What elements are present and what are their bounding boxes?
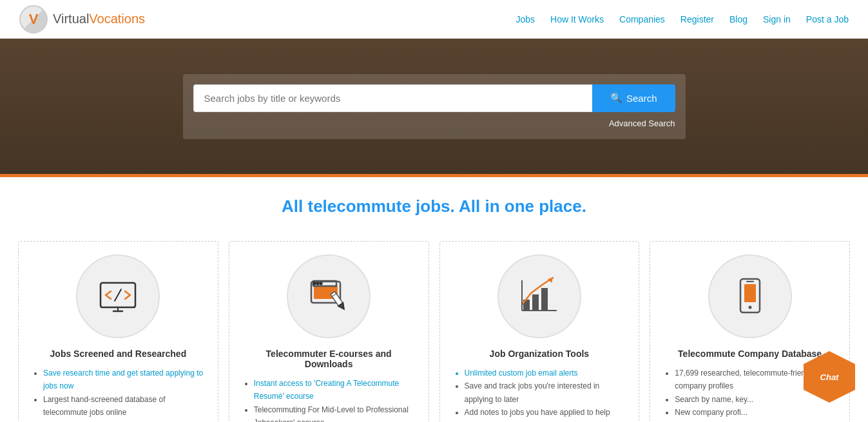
search-box: 🔍 Search Advanced Search (183, 74, 686, 139)
nav-post-job-link[interactable]: Post a Job (806, 14, 849, 24)
svg-point-10 (320, 283, 322, 285)
card-list-item-4-2: New company profi... (675, 406, 836, 419)
svg-point-22 (748, 306, 751, 309)
hero-content: 🔍 Search Advanced Search (170, 61, 699, 152)
advanced-search-link[interactable]: Advanced Search (609, 119, 675, 128)
card-title-2: Telecommuter E-courses and Downloads (242, 349, 416, 369)
search-icon: 🔍 (610, 92, 622, 104)
card-icon-circle-2 (287, 254, 371, 338)
logo-icon: V (19, 5, 48, 34)
nav-companies-link[interactable]: Companies (619, 14, 665, 24)
nav-register-link[interactable]: Register (680, 14, 714, 24)
header: V VirtualVocations Jobs How It Works Com… (0, 0, 868, 39)
card-list-3: Unlimited custom job email alerts Save a… (453, 367, 626, 422)
card-icon-circle-3 (497, 254, 581, 338)
card-list-item-2-1: Telecommuting For Mid-Level to Professio… (254, 403, 416, 422)
card-list-1: Save research time and get started apply… (32, 367, 205, 422)
main-content: All telecommute jobs. All in one place. … (0, 177, 868, 422)
ecourse-icon (306, 274, 351, 319)
tagline-section: All telecommute jobs. All in one place. (0, 177, 868, 229)
feature-cards-section: Jobs Screened and Researched Save resear… (0, 229, 868, 422)
card-list-item-4-3: Easy access to social ...ews and jobs (675, 419, 836, 422)
card-icon-circle-1 (76, 254, 160, 338)
card-list-item-1-0[interactable]: Save research time and get started apply… (43, 369, 203, 390)
nav-blog-link[interactable]: Blog (729, 14, 747, 24)
logo-vocations: Vocations (89, 12, 145, 26)
nav-how-it-works-link[interactable]: How It Works (550, 14, 604, 24)
card-list-item-3-2: Add notes to jobs you have applied to he… (465, 406, 626, 422)
logo: V VirtualVocations (19, 5, 145, 34)
logo-v-letter: V (29, 11, 39, 28)
svg-rect-21 (744, 284, 756, 302)
chat-widget[interactable]: Chat (804, 351, 855, 403)
svg-rect-16 (541, 288, 548, 310)
card-list-item-2-0[interactable]: Instant access to 'Creating A Telecommut… (254, 379, 400, 401)
nav-jobs-link[interactable]: Jobs (516, 14, 535, 24)
search-row: 🔍 Search (193, 84, 675, 112)
code-icon (95, 274, 140, 319)
card-job-org-tools: Job Organization Tools Unlimited custom … (439, 241, 640, 422)
chart-icon (517, 274, 562, 319)
mobile-icon (728, 274, 773, 319)
svg-point-8 (314, 283, 316, 285)
search-input[interactable] (193, 84, 592, 112)
card-list-item-3-1: Save and track jobs you're interested in… (465, 379, 626, 406)
svg-line-4 (115, 289, 121, 301)
svg-rect-15 (532, 294, 539, 310)
nav-sign-in-link[interactable]: Sign in (763, 14, 791, 24)
search-button[interactable]: 🔍 Search (592, 84, 675, 112)
logo-brand-text: VirtualVocations (53, 12, 145, 26)
svg-point-9 (317, 283, 319, 285)
card-list-item-1-1: Largest hand-screened database of teleco… (43, 393, 205, 419)
card-jobs-screened: Jobs Screened and Researched Save resear… (18, 241, 218, 422)
card-title-3: Job Organization Tools (490, 349, 590, 359)
page-tagline: All telecommute jobs. All in one place. (13, 197, 855, 216)
logo-virtual: Virtual (53, 12, 89, 26)
chat-label: Chat (820, 372, 839, 382)
hero-section: 🔍 Search Advanced Search (0, 39, 868, 174)
card-ecourses: Telecommuter E-courses and Downloads Ins… (229, 241, 429, 422)
card-list-item-1-2: 17,699 vetted companies and job boards s… (43, 419, 205, 422)
card-title-4: Telecommute Company Database (678, 349, 822, 359)
advanced-search-link-container: Advanced Search (193, 117, 675, 129)
search-button-label: Search (626, 93, 657, 104)
card-list-item-3-0[interactable]: Unlimited custom job email alerts (465, 369, 578, 378)
chat-button[interactable]: Chat (804, 351, 855, 403)
main-nav: Jobs How It Works Companies Register Blo… (516, 14, 849, 24)
card-title-1: Jobs Screened and Researched (50, 349, 187, 359)
card-list-2: Instant access to 'Creating A Telecommut… (242, 377, 416, 422)
card-icon-circle-4 (708, 254, 792, 338)
